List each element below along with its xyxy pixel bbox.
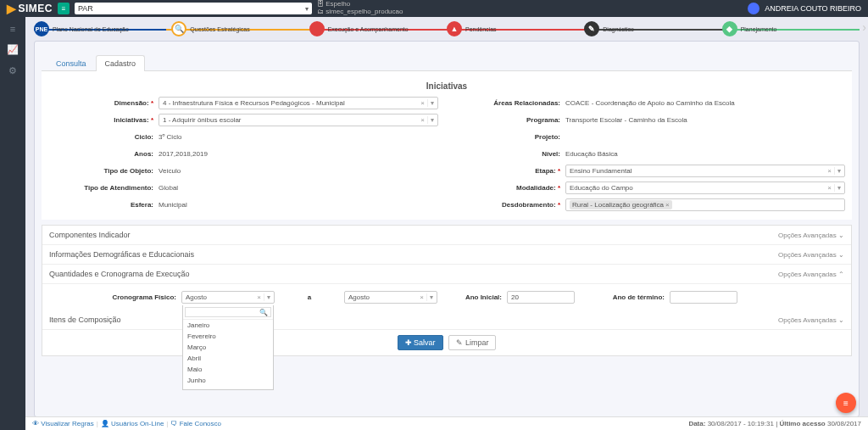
logo-arrow-icon: ▶ (7, 2, 17, 15)
fale-conosco-link[interactable]: Fale Conosco (180, 420, 221, 427)
eye-icon: 👁 (32, 420, 39, 427)
wizard-step-planejamento[interactable]: ◆ Planejamento (722, 21, 860, 36)
clear-icon[interactable]: × (418, 99, 427, 107)
dropdown-search-input[interactable] (185, 307, 271, 317)
wizard-steps: PNE Plano Nacional de Educação 🔍 Questõe… (34, 20, 860, 37)
magnifier-icon: 🔍 (175, 25, 184, 33)
dimensao-select[interactable]: 4 - Infraestrutura Física e Recursos Ped… (159, 97, 438, 109)
section-title: Iniciativas (48, 76, 845, 96)
tools-icon[interactable]: ⚙ (8, 65, 17, 76)
visualizar-regras-link[interactable]: Visualizar Regras (41, 420, 94, 427)
wizard-step-diagnostico[interactable]: ✎ Diagnóstico (584, 21, 721, 36)
anos-value: 2017,2018,2019 (159, 150, 208, 158)
tab-cadastro[interactable]: Cadastro (96, 55, 146, 71)
accordion-componentes[interactable]: Componentes Indicador Opções Avançadas ⌄ (42, 226, 851, 245)
iniciativas-select[interactable]: 1 - Adquirir ônibus escolar × ▾ (159, 114, 438, 126)
dropdown-item[interactable]: Julho (183, 386, 273, 390)
chevron-down-icon[interactable]: ▾ (427, 116, 434, 124)
ano-inicial-input[interactable] (507, 291, 575, 304)
module-select[interactable]: PAR ▾ (75, 3, 312, 14)
chip-remove-icon[interactable]: × (665, 201, 670, 209)
etapa-select[interactable]: Ensino Fundamental × ▾ (565, 165, 845, 177)
clear-icon[interactable]: × (254, 293, 264, 301)
desdobramento-chip: Rural - Localização geográfica × (570, 200, 672, 209)
chevron-down-icon: ⌄ (838, 251, 844, 259)
wizard-step-execucao[interactable]: ▮ Execução e Acompanhamento (309, 21, 447, 36)
chevron-down-icon: ▾ (305, 5, 309, 13)
chevron-down-icon[interactable]: ▾ (834, 184, 841, 192)
chevron-up-icon: ⌃ (838, 271, 844, 278)
cronograma-label: Cronograma Físico: (49, 293, 176, 301)
chevron-down-icon: ⌄ (838, 316, 844, 324)
modalidade-select[interactable]: Educação do Campo × ▾ (565, 181, 845, 194)
tag-icon: ◆ (726, 25, 732, 33)
environment-info: 🗄 Espelho 🗂 simec_espelho_producao (317, 1, 403, 16)
tipo-atendimento-value: Global (159, 184, 178, 192)
areas-value: COACE - Coordenação de Apoio ao Caminho … (565, 99, 735, 107)
user-icon: 👤 (101, 420, 109, 427)
month-dropdown: 🔍 JaneiroFevereiroMarçoAbrilMaioJunhoJul… (182, 305, 274, 390)
to-label: a (280, 293, 339, 301)
limpar-button[interactable]: ✎ Limpar (448, 335, 496, 350)
nivel-value: Educação Básica (565, 150, 618, 158)
chevron-down-icon[interactable]: ▾ (834, 167, 841, 175)
app-logo: ▶ SIMEC (7, 2, 53, 15)
pencil-icon: ✎ (588, 25, 595, 33)
tipo-objeto-value: Veículo (159, 167, 181, 175)
cronograma-from-select[interactable]: Agosto × ▾ 🔍 JaneiroFevereiroMarçoAbrilM… (181, 291, 275, 304)
user-name: ANDREIA COUTO RIBEIRO (765, 4, 861, 13)
clear-icon[interactable]: × (418, 116, 427, 124)
fab-add-button[interactable]: ≡ (836, 393, 856, 413)
wizard-next-icon[interactable]: › (862, 20, 866, 34)
chevron-down-icon: ⌄ (838, 232, 844, 239)
warning-icon: ▲ (451, 25, 459, 33)
programa-value: Transporte Escolar - Caminho da Escola (565, 116, 687, 124)
tab-consulta[interactable]: Consulta (47, 55, 96, 71)
esfera-value: Municipal (159, 201, 187, 209)
wizard-step-pne[interactable]: PNE Plano Nacional de Educação (34, 21, 171, 36)
module-value: PAR (78, 4, 93, 13)
accordion-informacoes[interactable]: Informações Demográficas e Educacionais … (42, 245, 851, 265)
dropdown-item[interactable]: Junho (183, 375, 273, 386)
search-icon: 🔍 (259, 309, 268, 316)
desdobramento-select[interactable]: Rural - Localização geográfica × (565, 198, 845, 211)
ano-termino-label: Ano de término: (580, 293, 665, 301)
cronograma-to-select[interactable]: Agosto × ▾ (344, 291, 437, 304)
chart-icon[interactable]: 📈 (7, 44, 19, 55)
clear-icon[interactable]: × (417, 293, 426, 301)
chevron-down-icon[interactable]: ▾ (264, 293, 270, 301)
speech-icon: 🗨 (170, 420, 177, 427)
dropdown-item[interactable]: Maio (183, 364, 273, 375)
bar-chart-icon: ▮ (314, 25, 319, 33)
wizard-step-questoes[interactable]: 🔍 Questões Estratégicas (171, 21, 309, 36)
menu-toggle-button[interactable]: ≡ (58, 3, 70, 14)
chevron-down-icon[interactable]: ▾ (426, 293, 433, 301)
accordion-itens[interactable]: Itens de Composição Opções Avançadas ⌄ (42, 310, 851, 330)
user-avatar-icon[interactable] (748, 3, 760, 14)
accordion-quantidades[interactable]: Quantidades e Cronograma de Execução Opç… (42, 265, 851, 284)
list-icon[interactable]: ≡ (10, 24, 15, 34)
clear-icon[interactable]: × (825, 184, 834, 192)
dropdown-item[interactable]: Janeiro (183, 320, 273, 331)
dropdown-item[interactable]: Fevereiro (183, 331, 273, 342)
clear-icon[interactable]: × (825, 167, 834, 175)
salvar-button[interactable]: ✚ Salvar (398, 335, 443, 350)
footer-datetime: Data: 30/08/2017 - 10:19:31 | Último ace… (688, 420, 861, 427)
ano-termino-input[interactable] (670, 291, 737, 304)
usuarios-online-link[interactable]: Usuários On-Line (111, 420, 164, 427)
chevron-down-icon[interactable]: ▾ (427, 99, 434, 107)
ciclo-value: 3º Ciclo (159, 133, 181, 141)
wizard-step-pendencias[interactable]: ▲ Pendências (447, 21, 584, 36)
dropdown-item[interactable]: Março (183, 342, 273, 353)
dropdown-item[interactable]: Abril (183, 353, 273, 364)
ano-inicial-label: Ano Inicial: (442, 293, 502, 301)
